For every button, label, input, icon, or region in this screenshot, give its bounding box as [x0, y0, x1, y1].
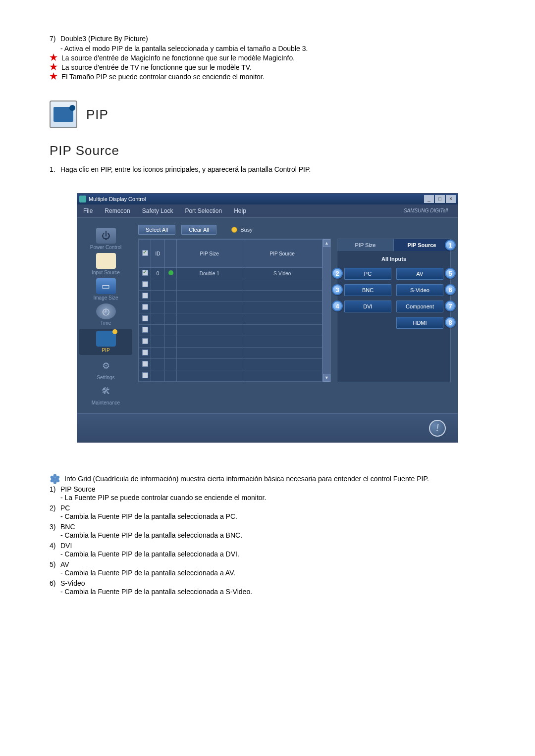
- table-row[interactable]: [139, 348, 322, 359]
- sidebar-power-control[interactable]: ⏻Power Control: [79, 228, 132, 250]
- star-icon: ★: [50, 54, 57, 61]
- info-icon[interactable]: !: [429, 420, 446, 437]
- window-title: Multiple Display Control: [89, 196, 146, 202]
- menu-safety-lock[interactable]: Safety Lock: [136, 207, 179, 214]
- scroll-down-icon[interactable]: ▼: [323, 374, 330, 382]
- section-title: PIP Source: [50, 143, 485, 158]
- app-body: ⏻Power Control Input Source ▭Image Size …: [77, 217, 458, 413]
- intro-item-7-num: 7): [50, 35, 60, 43]
- sidebar-input-source[interactable]: Input Source: [79, 253, 132, 275]
- callout-6: 6: [445, 284, 456, 295]
- col-id: ID: [151, 240, 165, 268]
- scroll-up-icon[interactable]: ▲: [323, 239, 330, 247]
- star-icon: ✽: [50, 476, 60, 483]
- tab-pip-source[interactable]: PIP Source 1: [394, 239, 450, 251]
- callout-3: 3: [332, 284, 343, 295]
- star-icon: ★: [50, 63, 57, 70]
- table-row[interactable]: [139, 370, 322, 382]
- busy-indicator: Busy: [231, 227, 252, 233]
- row-checkbox[interactable]: [142, 304, 148, 310]
- app-icon: [79, 196, 86, 202]
- star-icon: ★: [50, 73, 57, 80]
- source-hdmi-button[interactable]: HDMI8: [396, 317, 443, 329]
- close-button[interactable]: ×: [446, 195, 456, 203]
- menu-file[interactable]: File: [77, 207, 99, 214]
- post-star-note: ✽ Info Grid (Cuadrícula de información) …: [50, 475, 485, 483]
- all-inputs-label: All Inputs: [337, 251, 450, 268]
- menu-remocon[interactable]: Remocon: [99, 207, 136, 214]
- row-checkbox[interactable]: [142, 327, 148, 333]
- content-row: ID PIP Size PIP Source 0 Double 1 S-Vide…: [138, 239, 451, 382]
- intro-item-7: 7)Double3 (Picture By Picture): [50, 35, 485, 43]
- row-id: 0: [151, 268, 165, 279]
- right-panel: PIP Size PIP Source 1 All Inputs PC2 AV5…: [337, 239, 451, 382]
- sidebar-maintenance[interactable]: 🛠Maintenance: [79, 383, 132, 405]
- tab-pip-size[interactable]: PIP Size: [337, 239, 394, 251]
- source-bnc-button[interactable]: BNC3: [344, 284, 391, 296]
- table-row[interactable]: 0 Double 1 S-Video: [139, 268, 322, 279]
- callout-2: 2: [332, 268, 343, 279]
- col-check[interactable]: [139, 240, 151, 268]
- tab-row: PIP Size PIP Source 1: [337, 239, 450, 251]
- table-row[interactable]: [139, 279, 322, 291]
- row-checkbox[interactable]: [142, 361, 148, 367]
- sidebar: ⏻Power Control Input Source ▭Image Size …: [77, 218, 134, 413]
- sidebar-image-size[interactable]: ▭Image Size: [79, 278, 132, 301]
- table-row[interactable]: [139, 336, 322, 348]
- table-row[interactable]: [139, 291, 322, 302]
- info-grid: ID PIP Size PIP Source 0 Double 1 S-Vide…: [138, 239, 331, 382]
- star-note-3: ★El Tamaño PIP se puede controlar cuando…: [50, 73, 485, 81]
- source-pc-button[interactable]: PC2: [344, 268, 391, 280]
- busy-icon: [231, 227, 237, 233]
- footer-bar: !: [77, 413, 458, 442]
- sidebar-time[interactable]: ◴Time: [79, 303, 132, 326]
- vertical-scrollbar[interactable]: ▲ ▼: [322, 239, 330, 382]
- titlebar: Multiple Display Control _□×: [77, 194, 458, 204]
- row-pip-size: Double 1: [177, 268, 242, 279]
- source-svideo-button[interactable]: S-Video6: [396, 284, 443, 296]
- grid-table: ID PIP Size PIP Source 0 Double 1 S-Vide…: [139, 239, 322, 382]
- menubar: File Remocon Safety Lock Port Selection …: [77, 204, 458, 217]
- row-checkbox[interactable]: [142, 350, 148, 355]
- section-intro-num: 1.: [50, 165, 60, 173]
- clear-all-button[interactable]: Clear All: [181, 225, 216, 235]
- table-row[interactable]: [139, 359, 322, 370]
- star-note-2: ★La source d'entrée de TV ne fonctionne …: [50, 63, 485, 71]
- app-window: Multiple Display Control _□× File Remoco…: [77, 193, 458, 443]
- row-checkbox[interactable]: [142, 338, 148, 344]
- row-checkbox[interactable]: [142, 293, 148, 299]
- toolbar: Select All Clear All Busy: [138, 225, 451, 235]
- row-checkbox[interactable]: [142, 315, 148, 321]
- minimize-button[interactable]: _: [424, 195, 434, 203]
- select-all-button[interactable]: Select All: [138, 225, 175, 235]
- source-dvi-button[interactable]: DVI4: [344, 301, 391, 312]
- row-checkbox[interactable]: [142, 281, 148, 287]
- callout-5: 5: [445, 268, 456, 279]
- pip-section-header: PIP: [50, 101, 485, 128]
- pip-icon: [50, 101, 77, 128]
- table-header-row: ID PIP Size PIP Source: [139, 240, 322, 268]
- pip-label: PIP: [86, 107, 108, 122]
- col-pip-source: PIP Source: [242, 240, 322, 268]
- callout-1: 1: [445, 240, 456, 251]
- sidebar-settings[interactable]: ⚙Settings: [79, 358, 132, 380]
- table-row[interactable]: [139, 325, 322, 336]
- source-component-button[interactable]: Component7: [396, 301, 443, 312]
- table-row[interactable]: [139, 302, 322, 313]
- table-row[interactable]: [139, 313, 322, 325]
- section-intro-text: Haga clic en PIP, entre los iconos princ…: [60, 165, 311, 173]
- menu-help[interactable]: Help: [228, 207, 252, 214]
- source-button-grid: PC2 AV5 BNC3 S-Video6 DVI4 Component7: [337, 268, 450, 312]
- callout-4: 4: [332, 301, 343, 311]
- intro-item-7-desc: - Activa el modo PIP de la pantalla sele…: [60, 45, 485, 52]
- row-checkbox[interactable]: [142, 270, 148, 276]
- row-pip-source: S-Video: [242, 268, 322, 279]
- col-status: [165, 240, 177, 268]
- source-av-button[interactable]: AV5: [396, 268, 443, 280]
- row-checkbox[interactable]: [142, 372, 148, 378]
- menu-port-selection[interactable]: Port Selection: [179, 207, 228, 214]
- intro-item-7-title: Double3 (Picture By Picture): [60, 35, 148, 43]
- sidebar-pip[interactable]: PIP: [79, 329, 132, 355]
- callout-8: 8: [445, 317, 456, 328]
- maximize-button[interactable]: □: [435, 195, 445, 203]
